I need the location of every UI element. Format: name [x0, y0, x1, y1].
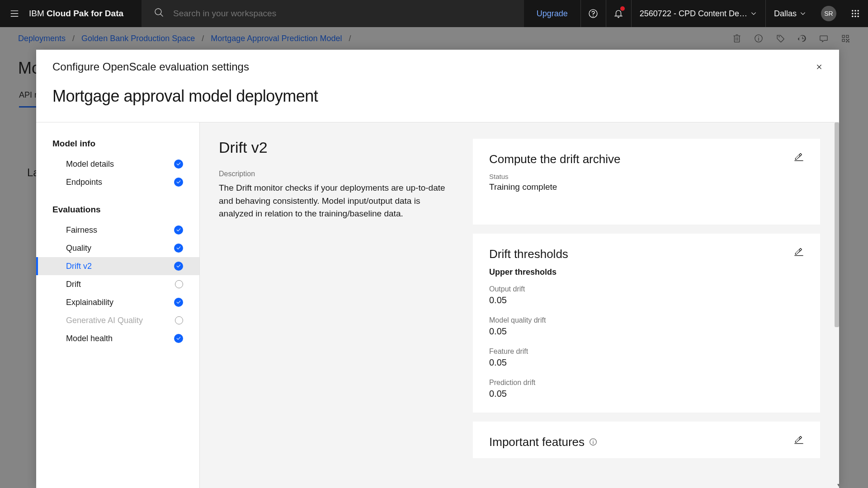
top-nav: IBM Cloud Pak for Data Upgrade 2560722 -…: [0, 0, 868, 27]
empty-status-icon: [175, 280, 183, 288]
edit-icon[interactable]: [794, 152, 804, 164]
metric-value: 0.05: [489, 295, 794, 305]
nav-label: Generative AI Quality: [66, 316, 143, 325]
avatar[interactable]: SR: [821, 6, 836, 21]
content-heading: Drift v2: [219, 139, 454, 156]
check-icon: [174, 298, 183, 307]
nav-gen-ai-quality[interactable]: Generative AI Quality: [36, 311, 199, 329]
svg-point-2: [857, 10, 859, 11]
nav-label: Quality: [66, 244, 91, 253]
settings-sidebar: Model info Model details Endpoints Evalu…: [36, 122, 200, 488]
upgrade-link[interactable]: Upgrade: [524, 9, 580, 19]
brand-bold: Cloud Pak for Data: [47, 9, 123, 18]
search-area: [142, 0, 524, 27]
nav-model-details[interactable]: Model details: [36, 155, 199, 173]
modal-subtitle: Configure OpenScale evaluation settings: [52, 61, 823, 73]
svg-point-0: [852, 10, 853, 11]
settings-modal: Configure OpenScale evaluation settings …: [36, 50, 839, 488]
account-dropdown[interactable]: 2560722 - CPD Content De…: [631, 0, 765, 27]
svg-point-8: [857, 15, 859, 17]
group-evaluations: Evaluations: [36, 205, 199, 221]
nav-drift-v2[interactable]: Drift v2: [36, 257, 199, 275]
nav-label: Model health: [66, 334, 113, 343]
modal-body: Model info Model details Endpoints Evalu…: [36, 122, 839, 488]
card-title: Compute the drift archive: [489, 152, 620, 166]
modal-header: Configure OpenScale evaluation settings …: [36, 50, 839, 122]
check-icon: [174, 244, 183, 253]
metric-prediction-drift: Prediction drift 0.05: [489, 379, 794, 399]
account-label: 2560722 - CPD Content De…: [640, 9, 747, 19]
status-label: Status: [489, 173, 620, 180]
notification-dot: [620, 6, 625, 11]
group-model-info: Model info: [36, 139, 199, 155]
card-drift-thresholds: Drift thresholds Upper thresholds Output…: [473, 234, 820, 413]
status-value: Training complete: [489, 182, 620, 192]
edit-icon[interactable]: [794, 247, 804, 259]
nav-quality[interactable]: Quality: [36, 239, 199, 257]
svg-point-1: [854, 10, 856, 11]
nav-right: Upgrade 2560722 - CPD Content De… Dallas…: [524, 0, 868, 27]
metric-label: Output drift: [489, 285, 794, 293]
check-icon: [174, 178, 183, 187]
metric-label: Prediction drift: [489, 379, 794, 387]
description-label: Description: [219, 170, 454, 178]
card-title: Drift thresholds: [489, 247, 794, 261]
app-switcher-icon[interactable]: [843, 0, 868, 27]
nav-label: Drift: [66, 280, 81, 289]
scrollbar[interactable]: ▾: [835, 122, 839, 488]
brand: IBM Cloud Pak for Data: [29, 9, 142, 19]
description-text: The Drift monitor checks if your deploym…: [219, 182, 454, 221]
edit-icon[interactable]: [794, 435, 804, 447]
modal-title: Mortgage approval model deployment: [52, 87, 823, 106]
cards-column: Compute the drift archive Status Trainin…: [473, 139, 820, 472]
check-icon: [174, 262, 183, 271]
settings-content: Drift v2 Description The Drift monitor c…: [200, 122, 839, 488]
metric-value: 0.05: [489, 326, 794, 337]
card-compute-archive: Compute the drift archive Status Trainin…: [473, 139, 820, 225]
nav-label: Explainability: [66, 298, 113, 307]
nav-endpoints[interactable]: Endpoints: [36, 173, 199, 191]
info-icon[interactable]: [589, 435, 597, 449]
metric-model-quality-drift: Model quality drift 0.05: [489, 316, 794, 337]
check-icon: [174, 160, 183, 169]
card-title: Important features: [489, 435, 597, 449]
region-dropdown[interactable]: Dallas: [765, 0, 815, 27]
nav-label: Model details: [66, 160, 114, 169]
important-features-label: Important features: [489, 435, 585, 449]
svg-point-4: [854, 13, 856, 14]
help-icon[interactable]: [580, 0, 606, 27]
svg-point-6: [852, 15, 853, 17]
region-label: Dallas: [774, 9, 797, 19]
brand-prefix: IBM: [29, 9, 47, 18]
metric-value: 0.05: [489, 389, 794, 399]
svg-point-7: [854, 15, 856, 17]
metric-value: 0.05: [489, 357, 794, 368]
svg-point-5: [857, 13, 859, 14]
nav-model-health[interactable]: Model health: [36, 329, 199, 347]
svg-point-3: [852, 13, 853, 14]
card-important-features: Important features: [473, 422, 820, 458]
hamburger-menu[interactable]: [0, 0, 29, 27]
nav-explainability[interactable]: Explainability: [36, 293, 199, 311]
nav-fairness[interactable]: Fairness: [36, 221, 199, 239]
search-input[interactable]: [173, 9, 399, 19]
nav-drift[interactable]: Drift: [36, 275, 199, 293]
metric-output-drift: Output drift 0.05: [489, 285, 794, 305]
description-column: Drift v2 Description The Drift monitor c…: [219, 139, 454, 472]
nav-label: Endpoints: [66, 178, 102, 187]
empty-status-icon: [175, 316, 183, 324]
notifications-icon[interactable]: [606, 0, 631, 27]
metric-label: Model quality drift: [489, 316, 794, 324]
check-icon: [174, 334, 183, 343]
metric-label: Feature drift: [489, 347, 794, 356]
nav-label: Drift v2: [66, 262, 92, 271]
search-icon: [154, 8, 164, 19]
thresholds-subtitle: Upper thresholds: [489, 267, 794, 277]
metric-feature-drift: Feature drift 0.05: [489, 347, 794, 368]
close-button[interactable]: [810, 58, 828, 76]
nav-label: Fairness: [66, 225, 97, 235]
check-icon: [174, 225, 183, 235]
